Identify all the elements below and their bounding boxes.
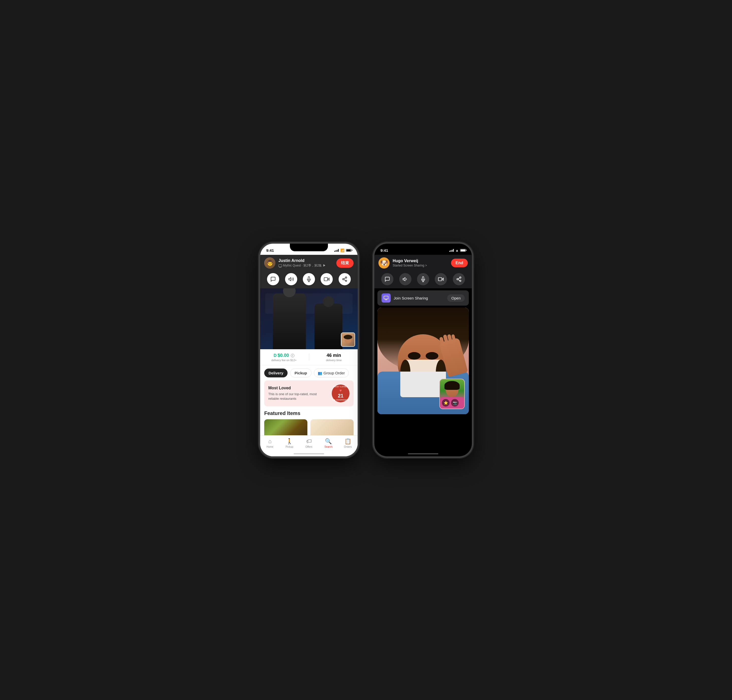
chat-icon: [270, 276, 276, 282]
ft-volume-button[interactable]: [399, 273, 412, 285]
search-icon: 🔍: [325, 438, 332, 445]
nav-pickup[interactable]: 🚶 Pickup: [280, 438, 299, 448]
svg-point-15: [460, 277, 461, 278]
pip-camera-button[interactable]: 📷: [451, 399, 459, 407]
delivery-button[interactable]: Delivery: [264, 369, 288, 377]
left-mic-button[interactable]: [303, 273, 315, 285]
stat-divider: [309, 354, 309, 361]
ft-shareplay-button[interactable]: [453, 273, 465, 285]
shareplay-icon: [342, 276, 347, 282]
facetime-call-banner: 🐶 Hugo Verweij Started Screen Sharing > …: [374, 255, 472, 271]
info-icon[interactable]: i: [291, 354, 294, 357]
right-end-button[interactable]: End: [451, 259, 468, 267]
svg-point-7: [345, 280, 347, 282]
left-volume-button[interactable]: [285, 273, 297, 285]
ft-call-info: Hugo Verweij Started Screen Sharing >: [392, 259, 448, 267]
right-iphone: 9:41 ▲ 🐶 Hugo Verweij: [373, 243, 473, 457]
most-loved-badge: MOST LOVED ♥ 21 ON DOORDASH: [332, 385, 350, 402]
left-call-banner: 👨 Justin Arnold Mythic Quest · 第2季，第2集 ▶…: [260, 255, 358, 271]
nav-home-label: Home: [266, 446, 273, 448]
left-home-indicator: [294, 453, 324, 454]
tv-figure-2: [315, 304, 342, 349]
order-type-bar: Delivery Pickup 👥 Group Order: [260, 365, 358, 381]
ft-chat-button[interactable]: [381, 273, 393, 285]
home-icon: ⌂: [268, 438, 272, 445]
svg-line-9: [344, 278, 345, 279]
svg-point-17: [460, 280, 461, 282]
ft-camera-button[interactable]: [435, 273, 447, 285]
svg-point-6: [342, 278, 344, 280]
ft-volume-icon: [403, 276, 408, 282]
left-end-button[interactable]: 结束: [336, 258, 354, 268]
mic-icon: [306, 276, 312, 282]
left-iphone: 9:41 📶 👨 Justin Arnold: [259, 243, 359, 457]
badge-top-text: MOST LOVED: [333, 385, 348, 388]
ft-call-subtitle: Started Screen Sharing >: [392, 264, 448, 267]
nav-pickup-label: Pickup: [285, 446, 293, 448]
open-button[interactable]: Open: [447, 294, 465, 302]
svg-rect-20: [384, 296, 388, 299]
ft-caller-name: Hugo Verweij: [392, 259, 448, 263]
left-shareplay-button[interactable]: [339, 273, 351, 285]
svg-rect-4: [324, 278, 328, 281]
svg-marker-3: [328, 278, 329, 280]
left-chat-button[interactable]: [267, 273, 279, 285]
svg-line-18: [458, 279, 460, 281]
delivery-time-value: 46 min: [314, 353, 354, 358]
right-signal: [449, 249, 454, 252]
ft-subtitle-text: Started Screen Sharing >: [392, 264, 427, 267]
left-video-preview: [260, 288, 358, 349]
left-caller-name: Justin Arnold: [278, 258, 333, 263]
delivery-fee-value: D $0.00 i: [264, 353, 304, 358]
most-loved-description: This is one of our top-rated, most relia…: [268, 392, 319, 401]
group-order-button[interactable]: 👥 Group Order: [314, 369, 349, 377]
nav-orders[interactable]: 📋 Orders: [338, 438, 358, 448]
svg-line-19: [458, 278, 460, 279]
tv-icon: [278, 265, 282, 267]
svg-marker-13: [442, 278, 443, 280]
delivery-fee-stat: D $0.00 i delivery fee on $12+: [264, 353, 304, 362]
nav-home[interactable]: ⌂ Home: [260, 438, 280, 448]
nav-search-label: Search: [324, 446, 332, 448]
left-battery-icon: [346, 249, 351, 252]
camera-icon: [324, 276, 329, 282]
pip-star-button[interactable]: ⭐: [442, 399, 450, 407]
pickup-button[interactable]: Pickup: [290, 369, 311, 377]
nav-search[interactable]: 🔍 Search: [319, 438, 338, 448]
left-notch: [290, 244, 328, 251]
svg-point-5: [345, 277, 347, 278]
featured-title: Featured Items: [264, 410, 354, 416]
delivery-info-bar: D $0.00 i delivery fee on $12+ 46 min de…: [260, 349, 358, 365]
nav-offers[interactable]: 🏷 Offers: [299, 438, 319, 448]
ft-mic-button[interactable]: [417, 273, 429, 285]
left-call-controls: [260, 271, 358, 288]
group-icon: 👥: [318, 371, 322, 375]
badge-number: 21: [338, 393, 343, 399]
left-call-info: Justin Arnold Mythic Quest · 第2季，第2集 ▶: [278, 258, 333, 268]
ft-pip: ⭐ 📷: [439, 379, 465, 409]
nav-offers-label: Offers: [305, 446, 312, 448]
right-home-indicator: [408, 453, 438, 454]
svg-line-8: [344, 279, 345, 281]
badge-heart-icon: ♥: [340, 388, 342, 393]
ft-mic-icon: [420, 276, 426, 282]
monitor-icon: [384, 296, 389, 300]
offers-icon: 🏷: [306, 438, 312, 445]
call-avatar-left: 👨: [264, 257, 275, 269]
svg-rect-14: [438, 278, 442, 281]
left-call-subtitle: Mythic Quest · 第2季，第2集 ▶: [278, 263, 333, 268]
most-loved-title: Most Loved: [268, 386, 319, 390]
ft-controls: [374, 271, 472, 288]
svg-marker-0: [289, 278, 291, 281]
badge-bottom-text: ON DOORDASH: [332, 399, 349, 401]
left-camera-button[interactable]: [320, 273, 333, 285]
left-signal: [334, 249, 339, 252]
ft-shareplay-icon: [456, 276, 462, 282]
right-battery-icon: [460, 249, 466, 252]
screen-share-label: Join Screen Sharing: [394, 296, 444, 300]
pip-thumbnail: [341, 332, 355, 347]
pip-icons: ⭐ 📷: [442, 399, 459, 407]
screen-share-row: Join Screen Sharing Open: [378, 290, 469, 306]
facetime-video: ⭐ 📷: [378, 307, 469, 414]
most-loved-text: Most Loved This is one of our top-rated,…: [268, 386, 319, 401]
